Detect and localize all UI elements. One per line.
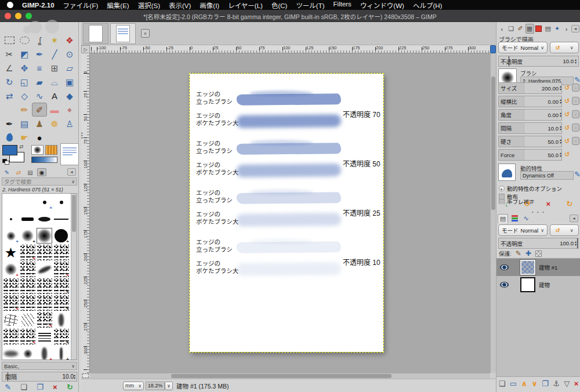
visibility-eye-icon[interactable]	[500, 264, 509, 270]
param-link-button[interactable]: ▫	[572, 84, 579, 92]
param-reset-icon[interactable]: ↺	[564, 151, 570, 158]
paint-mode-select[interactable]: モード Normal ∨	[498, 42, 548, 53]
layer-row[interactable]: 建物 #1	[496, 259, 580, 276]
layer-mode-select[interactable]: モード Normal ∨	[498, 224, 548, 236]
brush-item[interactable]: +	[19, 244, 36, 261]
brush-item[interactable]: +	[53, 227, 70, 244]
raise-layer-button[interactable]: ∧	[521, 380, 527, 388]
layer-mode-reset-buttons[interactable]: ↺ ∨	[550, 224, 579, 236]
param-spinner[interactable]: ▴▾	[560, 139, 561, 144]
brush-item[interactable]	[19, 210, 36, 227]
brush-item[interactable]	[53, 194, 70, 210]
hard-brush-stroke[interactable]	[237, 242, 341, 253]
brush-item[interactable]: +	[36, 345, 53, 360]
tool-rotate[interactable]: ↻	[2, 75, 17, 89]
menu-item[interactable]: 編集(E)	[107, 1, 129, 10]
brush-item[interactable]: +	[2, 227, 19, 244]
new-layer-group-button[interactable]: ▭	[510, 380, 517, 388]
delete-tool-preset-button[interactable]: ×	[546, 200, 551, 208]
menu-item[interactable]: ヘルプ(H)	[413, 1, 442, 10]
hard-brush-stroke[interactable]	[237, 143, 341, 154]
brush-item[interactable]: +	[19, 227, 36, 244]
tab-paths[interactable]: ∿	[521, 214, 531, 223]
tool-options-tab[interactable]: ▦	[525, 24, 534, 34]
lock-paint-icon[interactable]: ✎	[516, 249, 521, 257]
ruler-corner-button[interactable]: ▷	[81, 45, 90, 53]
brush-item[interactable]: +	[36, 311, 53, 328]
tool-bucket-fill[interactable]: ◆	[62, 89, 77, 103]
tool-blur-sharpen[interactable]	[2, 130, 17, 144]
vertical-scrollbar[interactable]	[490, 53, 496, 373]
fg-color-tab[interactable]	[535, 24, 543, 34]
tool-shear[interactable]: ▰	[32, 75, 47, 89]
param-link-button[interactable]: ▫	[572, 110, 579, 118]
brush-item[interactable]	[19, 295, 36, 311]
scroll-tabs-right[interactable]: ›	[562, 24, 571, 34]
swap-colors-icon[interactable]: ⇄	[19, 144, 24, 150]
tool-align[interactable]: ≡	[32, 61, 47, 75]
brush-item[interactable]	[19, 194, 36, 210]
param-row-Force[interactable]: Force50.0▴▾	[498, 149, 562, 161]
menu-item[interactable]: 選択(S)	[138, 1, 160, 10]
brush-item[interactable]	[2, 278, 19, 295]
default-colors-icon[interactable]	[2, 159, 9, 164]
menu-item[interactable]: レイヤー(L)	[228, 1, 263, 10]
menu-item[interactable]: ウィンドウ(W)	[360, 1, 404, 10]
soft-brush-stroke[interactable]	[237, 263, 341, 275]
duplicate-brush-button[interactable]: ❐	[37, 383, 44, 391]
opacity-spinner[interactable]: ▴▾	[575, 59, 577, 64]
spacing-spinner[interactable]: ▴▾	[74, 374, 75, 380]
param-row-縦横比[interactable]: 縦横比0.00▴▾	[498, 96, 562, 107]
tool-gradient[interactable]	[2, 103, 17, 117]
layer-opacity-spinner[interactable]: ▴▾	[575, 241, 577, 246]
edit-brush-button[interactable]: ✎	[5, 383, 11, 391]
param-row-間隔[interactable]: 間隔10.0▴▾	[498, 122, 562, 134]
brush-item[interactable]: +	[36, 194, 53, 210]
tool-eraser[interactable]: ▬	[47, 103, 62, 117]
param-row-硬さ[interactable]: 硬さ50.0▴▾	[498, 136, 562, 147]
restore-tool-preset-button[interactable]: ↺	[524, 200, 530, 208]
scroll-tabs-left[interactable]: ‹	[498, 24, 506, 34]
menu-item[interactable]: 表示(V)	[169, 1, 191, 10]
edit-brush-icon[interactable]: ✎	[574, 75, 580, 84]
brush-item[interactable]	[19, 345, 36, 360]
brush-item[interactable]	[19, 261, 36, 278]
tool-airbrush[interactable]: ⌖	[62, 103, 77, 117]
left-splitter[interactable]: •••	[79, 132, 85, 139]
tool-scissors-select[interactable]: ✂	[2, 47, 17, 61]
brush-item[interactable]	[2, 328, 19, 345]
dialog-menu-button[interactable]: ◄	[67, 168, 76, 176]
tool-cage-transform[interactable]: ◇	[17, 89, 32, 103]
duplicate-layer-button[interactable]: ❐	[542, 380, 549, 388]
param-spinner[interactable]: ▴▾	[560, 152, 561, 158]
param-link-button[interactable]: ▫	[572, 124, 579, 132]
tool-transform-3d[interactable]: ▣	[62, 75, 77, 89]
tool-presets-tab[interactable]: ✎	[2, 168, 12, 176]
tool-select-by-color[interactable]: ❖	[62, 33, 77, 47]
quick-mask-toggle[interactable]	[82, 373, 89, 378]
param-reset-icon[interactable]: ↺	[564, 97, 570, 105]
lock-move-icon[interactable]: ✚	[525, 249, 531, 257]
tool-crop[interactable]: ⊞	[47, 61, 62, 75]
tool-warp-transform[interactable]: ∿	[32, 89, 47, 103]
menu-item[interactable]: ファイル(F)	[63, 1, 99, 10]
new-brush-button[interactable]: ❏	[20, 383, 27, 391]
tool-rectangle-select[interactable]	[2, 33, 17, 47]
active-pattern-preview[interactable]	[45, 145, 57, 155]
tool-measure[interactable]: ∠	[2, 61, 17, 75]
layer-opacity-slider[interactable]: 不透明度 100.0 ▴▾	[498, 238, 579, 249]
tool-zoom[interactable]: ⊙	[62, 47, 77, 61]
brush-item[interactable]: +	[53, 261, 70, 278]
tool-perspective-clone[interactable]: ♙	[62, 117, 77, 130]
brush-tag-filter[interactable]: Basic, ∨	[2, 362, 77, 370]
tool-color-picker[interactable]: ╱	[47, 47, 62, 61]
brushes-tab[interactable]: ◉	[37, 168, 46, 176]
brush-item[interactable]: +	[19, 328, 36, 345]
tool-heal[interactable]: ❁	[47, 117, 62, 130]
tool-move[interactable]: ✥	[17, 61, 32, 75]
dock-menu-button[interactable]: ◄	[571, 25, 579, 32]
auto-tab-icon[interactable]: ×	[141, 29, 150, 38]
zoom-level-input[interactable]: 18.2%	[146, 382, 165, 390]
tool-foreground-select[interactable]: ◩	[17, 47, 32, 61]
opacity-slider[interactable]: 不透明度 10.0 ▴▾	[498, 56, 579, 67]
